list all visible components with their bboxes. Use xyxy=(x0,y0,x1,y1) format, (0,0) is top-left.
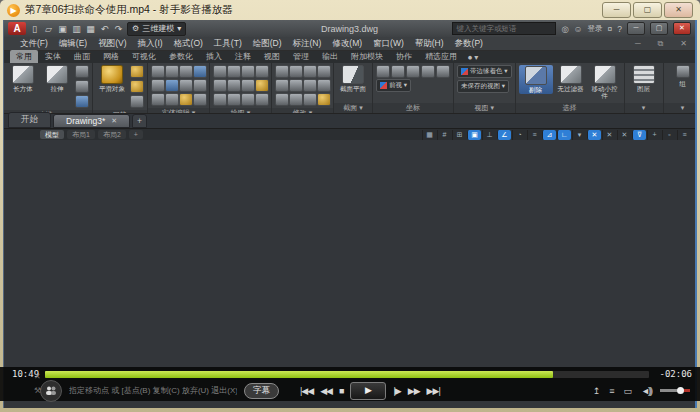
ortho-icon: ⊥ xyxy=(482,130,496,140)
step-button[interactable]: |▶ xyxy=(393,386,400,396)
save-icon: ▣ xyxy=(57,24,68,34)
subtitle-button[interactable]: 字幕 xyxy=(244,383,279,399)
remaining-time: -02:06 xyxy=(659,369,692,379)
move-gizmo-label: 移动小控件 xyxy=(589,85,621,99)
rewind-button[interactable]: ◀◀ xyxy=(320,386,332,396)
status-icon: ◔ xyxy=(512,130,526,140)
menu-modify: 修改(M) xyxy=(332,38,362,50)
command-line-echo: 指定移动点 或 [基点(B) 复制(C) 放弃(U) 退出(X)]: xyxy=(69,385,237,396)
panel-view: 带边缘着色 ▾ 未保存的视图 ▾ 视图 ▾ xyxy=(454,63,516,113)
panel-label: 视图 ▾ xyxy=(454,103,515,113)
ribbon-tool-icon xyxy=(179,65,193,78)
user-icon: ☺ xyxy=(574,24,583,34)
saveas-icon: ▥ xyxy=(71,24,82,34)
panel-draw: 绘图 ▾ xyxy=(210,63,272,113)
panel-label: 坐标 xyxy=(373,103,453,113)
ribbon-tool-icon xyxy=(303,79,317,92)
panel-mesh: 平滑对象 网格 xyxy=(93,63,148,113)
extrude-label: 拉伸 xyxy=(51,85,64,92)
tab-manage: 管理 xyxy=(287,50,315,63)
ribbon-tool-icon xyxy=(227,93,241,106)
panel-label: ▾ xyxy=(664,103,695,113)
smooth-object-tool: 平滑对象 xyxy=(96,65,128,92)
menu-edit: 编辑(E) xyxy=(59,38,87,50)
volume-icon[interactable]: ◄))) xyxy=(641,386,651,396)
menu-parametric: 参数(P) xyxy=(455,38,483,50)
ribbon-tool-icon xyxy=(303,65,317,78)
ribbon-tool-icon xyxy=(75,80,89,93)
ribbon-tool-icon xyxy=(255,65,269,78)
panel-groups: 组 ▾ xyxy=(664,63,695,113)
player-window-title: 第7章06扫掠命令使用.mp4 - 射手影音播放器 xyxy=(25,3,233,17)
ribbon-tool-icon xyxy=(213,65,227,78)
tab-parametric: 参数化 xyxy=(163,50,199,63)
snapshot-icon[interactable]: ▭ xyxy=(624,386,633,396)
tab-featured: 精选应用 xyxy=(419,50,463,63)
tab-visualize: 可视化 xyxy=(126,50,162,63)
status-icon: ✕ xyxy=(587,130,601,140)
ucs-view-dropdown: 前视 ▾ xyxy=(376,79,411,92)
close-button[interactable]: ✕ xyxy=(664,2,693,18)
seek-bar[interactable] xyxy=(45,371,649,378)
ribbon-tool-icon xyxy=(227,79,241,92)
docwin-minimize-icon: ─ xyxy=(635,39,641,48)
culling-toggle: 剔除 xyxy=(519,65,553,94)
minimize-button[interactable]: ─ xyxy=(602,2,631,18)
next-button[interactable]: ▶▶| xyxy=(427,386,440,396)
volume-knob[interactable] xyxy=(677,387,684,394)
tab-mesh: 网格 xyxy=(97,50,125,63)
ribbon-tool-icon xyxy=(275,93,289,106)
acad-statusbar: 模型 布局1 布局2 + ▦ # ⊞ ▣ ⊥ ∠ ◔ ≡ ⊿ ∟ ▾ ✕ ✕ ✕… xyxy=(4,128,695,140)
group-tool: 组 xyxy=(667,65,695,87)
status-icon: ▣ xyxy=(467,130,481,140)
culling-icon xyxy=(525,66,547,85)
acad-minimize-icon: ─ xyxy=(627,22,645,35)
community-button[interactable] xyxy=(40,380,62,402)
tab-surface: 曲面 xyxy=(68,50,96,63)
file-tabs: 开始 Drawing3*✕ + xyxy=(4,114,695,128)
section-plane-label: 截面平面 xyxy=(340,85,366,92)
layers-icon xyxy=(633,65,655,84)
menu-view: 视图(V) xyxy=(98,38,126,50)
open-media-icon[interactable]: ↥ xyxy=(593,386,601,396)
menu-file: 文件(F) xyxy=(20,38,48,50)
ribbon-overflow-icon: ⏺ ▾ xyxy=(468,53,478,63)
ribbon-tool-icon xyxy=(75,95,89,108)
ribbon-tool-icon xyxy=(255,79,269,92)
previous-button[interactable]: |◀◀ xyxy=(300,386,313,396)
grid-icon: # xyxy=(437,130,451,140)
no-filter-icon xyxy=(560,65,582,84)
visual-style-dropdown: 带边缘着色 ▾ xyxy=(457,65,512,78)
plot-icon: ▦ xyxy=(85,24,96,34)
panel-selection: 剔除 无过滤器 移动小控件 选择 xyxy=(516,63,625,113)
crosshair-icon: + xyxy=(647,130,661,140)
video-display[interactable]: A ▯ ▱ ▣ ▥ ▦ ↶ ↷ ⚙ 三维建模 ▾ Drawing3.dwg ◎ … xyxy=(3,20,697,408)
fast-forward-button[interactable]: ▶▶ xyxy=(408,386,420,396)
ribbon-tool-icon xyxy=(289,65,303,78)
play-button[interactable]: ▶ xyxy=(350,382,386,400)
box-label: 长方体 xyxy=(13,85,33,92)
tab-collaborate: 协作 xyxy=(390,50,418,63)
ribbon-tool-icon xyxy=(289,93,303,106)
menu-window: 窗口(W) xyxy=(373,38,404,50)
docwin-close-icon: ✕ xyxy=(680,39,687,48)
stop-button[interactable]: ■ xyxy=(339,386,343,396)
ribbon-tool-icon xyxy=(130,65,144,78)
named-view-dropdown: 未保存的视图 ▾ xyxy=(457,80,509,93)
layout-tab-2: 布局2 xyxy=(98,130,126,139)
acad-close-icon: ✕ xyxy=(673,22,691,35)
playlist-icon[interactable]: ≡ xyxy=(609,386,614,396)
section-plane-icon xyxy=(342,65,364,84)
search-icon: ◎ xyxy=(561,24,568,34)
smooth-object-label: 平滑对象 xyxy=(99,85,125,92)
ribbon: 长方体 拉伸 建模 ▾ 平滑对象 网格 实体编辑 ▾ xyxy=(4,63,695,114)
tab-addins: 附加模块 xyxy=(345,50,389,63)
maximize-button[interactable]: ▢ xyxy=(633,2,662,18)
layers-label: 图层 xyxy=(637,85,650,92)
status-icon: ≡ xyxy=(527,130,541,140)
ucs-tool-icon xyxy=(421,65,435,78)
workspace-name: 三维建模 xyxy=(142,23,174,34)
controls-row: 指定移动点 或 [基点(B) 复制(C) 放弃(U) 退出(X)]: 字幕 |◀… xyxy=(0,380,700,401)
ribbon-tool-icon xyxy=(179,93,193,106)
volume-slider[interactable] xyxy=(660,389,690,392)
